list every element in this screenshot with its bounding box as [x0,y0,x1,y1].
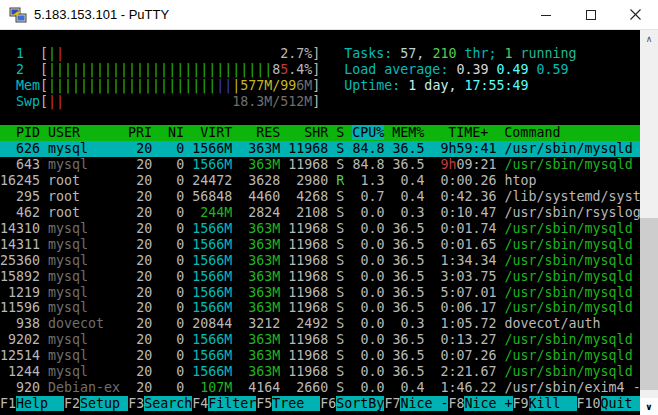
process-row-11596[interactable]: 11596 mysql 20 0 1566M 363M 11968 S 0.0 … [0,300,640,316]
process-row-626[interactable]: 626 mysql 20 0 1566M 363M 11968 S 84.8 3… [0,141,640,157]
fkey-label-f7[interactable]: Nice - [400,396,448,411]
fkey-label-f6[interactable]: SortBy [336,396,384,411]
putty-window: 5.183.153.101 - PuTTY 1 [|| 2.7%] Tasks:… [0,0,658,415]
process-row-1219[interactable]: 1219 mysql 20 0 1566M 363M 11968 S 0.0 3… [0,285,640,301]
close-icon [630,9,641,20]
process-row-16245[interactable]: 16245 root 20 0 24472 3628 2980 R 1.3 0.… [0,173,640,189]
process-row-25360[interactable]: 25360 mysql 20 0 1566M 363M 11968 S 0.0 … [0,253,640,269]
fkey-label-f10[interactable]: Quit [601,396,640,411]
cpu2-meter: 2 [||||||||||||||||||||||||||||85.4%] Lo… [0,62,640,78]
fkey-f3[interactable]: F3 [128,396,144,411]
fkey-f1[interactable]: F1 [0,396,16,411]
fkey-f10[interactable]: F10 [577,396,601,411]
fkey-f5[interactable]: F5 [256,396,272,411]
mem-meter: Mem[||||||||||||||||||||||||577M/996M] U… [0,78,640,94]
function-key-bar: F1Help F2Setup F3SearchF4FilterF5Tree F6… [0,396,640,412]
fkey-label-f8[interactable]: Nice + [464,396,512,411]
fkey-label-f1[interactable]: Help [16,396,64,411]
terminal-blank-line [0,30,640,46]
terminal-screen[interactable]: 1 [|| 2.7%] Tasks: 57, 210 thr; 1 runnin… [0,30,640,415]
fkey-label-f9[interactable]: Kill [529,396,577,411]
fkey-label-f5[interactable]: Tree [272,396,320,411]
process-row-15892[interactable]: 15892 mysql 20 0 1566M 363M 11968 S 0.0 … [0,269,640,285]
scroll-up-icon[interactable]: ∧ [640,30,658,47]
close-button[interactable] [613,0,658,29]
swp-meter: Swp[|| 18.3M/512M] [0,94,640,110]
fkey-label-f2[interactable]: Setup [80,396,128,411]
fkey-label-f4[interactable]: Filter [208,396,256,411]
process-row-14310[interactable]: 14310 mysql 20 0 1566M 363M 11968 S 0.0 … [0,221,640,237]
process-row-12514[interactable]: 12514 mysql 20 0 1566M 363M 11968 S 0.0 … [0,348,640,364]
process-row-938[interactable]: 938 dovecot 20 0 20844 3212 2492 S 0.0 0… [0,316,640,332]
fkey-f9[interactable]: F9 [513,396,529,411]
fkey-f2[interactable]: F2 [64,396,80,411]
cpu1-meter: 1 [|| 2.7%] Tasks: 57, 210 thr; 1 runnin… [0,46,640,62]
process-row-462[interactable]: 462 root 20 0 244M 2824 2108 S 0.0 0.3 0… [0,205,640,221]
fkey-label-f3[interactable]: Search [144,396,192,411]
minimize-icon [541,10,551,20]
process-row-295[interactable]: 295 root 20 0 56848 4460 4268 S 0.7 0.4 … [0,189,640,205]
process-row-920[interactable]: 920 Debian-ex 20 0 107M 4164 2660 S 0.0 … [0,380,640,396]
maximize-button[interactable] [568,0,613,29]
maximize-icon [586,10,596,20]
scroll-down-icon[interactable]: ∨ [640,398,658,415]
scrollbar-track[interactable]: ∧ ∨ [640,30,658,415]
process-row-1244[interactable]: 1244 mysql 20 0 1566M 363M 11968 S 0.0 3… [0,364,640,380]
minimize-button[interactable] [523,0,568,29]
fkey-f4[interactable]: F4 [192,396,208,411]
putty-icon [9,6,27,24]
title-bar: 5.183.153.101 - PuTTY [0,0,658,30]
process-row-14311[interactable]: 14311 mysql 20 0 1566M 363M 11968 S 0.0 … [0,237,640,253]
process-row-9202[interactable]: 9202 mysql 20 0 1566M 363M 11968 S 0.0 3… [0,332,640,348]
terminal-blank-line [0,110,640,126]
table-header[interactable]: PID USER PRI NI VIRT RES SHR S CPU% MEM%… [0,125,640,141]
fkey-f8[interactable]: F8 [448,396,464,411]
fkey-f7[interactable]: F7 [384,396,400,411]
window-title: 5.183.153.101 - PuTTY [34,7,523,22]
process-row-643[interactable]: 643 mysql 20 0 1566M 363M 11968 S 84.8 3… [0,157,640,173]
scrollbar-thumb[interactable] [640,218,658,390]
fkey-f6[interactable]: F6 [320,396,336,411]
